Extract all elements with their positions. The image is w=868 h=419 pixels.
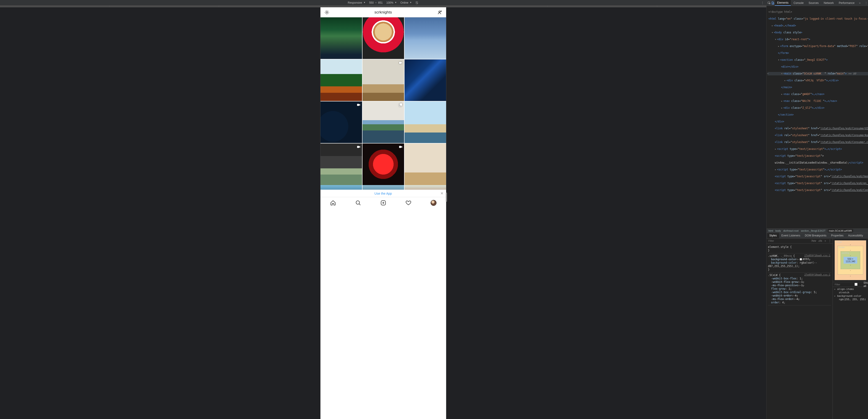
styles-menu-icon[interactable]: ⋮ xyxy=(829,239,831,242)
computed-properties[interactable]: align-items stretch background-color rgb… xyxy=(833,287,868,302)
add-post-icon[interactable] xyxy=(380,200,386,206)
post-tile[interactable] xyxy=(405,101,446,143)
tab-console[interactable]: Console xyxy=(791,0,806,6)
styles-subtabs: Styles Event Listeners DOM Breakpoints P… xyxy=(767,233,868,239)
throttle-value: Online xyxy=(400,1,408,4)
device-name: Responsive xyxy=(348,1,362,4)
tab-sources[interactable]: Sources xyxy=(806,0,821,6)
subtab-styles[interactable]: Styles xyxy=(767,233,779,238)
breadcrumb-item[interactable]: div#react-root xyxy=(783,229,799,232)
settings-icon[interactable] xyxy=(324,9,330,15)
svg-rect-7 xyxy=(357,146,359,148)
post-tile[interactable] xyxy=(405,59,446,101)
devtools-tabs: Elements Console Sources Network Perform… xyxy=(767,0,868,6)
subtab-event-listeners[interactable]: Event Listeners xyxy=(779,233,803,238)
caret-down-icon: ▼ xyxy=(410,1,412,4)
tab-elements[interactable]: Elements xyxy=(775,0,791,6)
bottom-nav xyxy=(320,197,446,208)
breadcrumb-item[interactable]: main.SCxLW.uzKWK xyxy=(828,229,853,233)
device-mode-icon[interactable] xyxy=(771,1,774,5)
posts-next-row xyxy=(320,185,446,190)
caret-down-icon: ▼ xyxy=(364,1,366,4)
ruler-bar xyxy=(0,5,766,7)
username-title: scrknights xyxy=(374,10,392,14)
hov-toggle[interactable]: :hov xyxy=(811,239,816,242)
new-style-rule-icon[interactable]: ＋ xyxy=(824,239,827,243)
use-app-label: Use the App xyxy=(374,192,392,195)
kebab-menu-icon[interactable]: ⋮ xyxy=(863,1,868,5)
video-icon xyxy=(356,145,361,150)
device-select[interactable]: Responsive ▼ xyxy=(348,1,366,4)
zoom-select[interactable]: 100% ▼ xyxy=(386,1,397,4)
breadcrumb-item[interactable]: html xyxy=(768,229,773,232)
close-icon[interactable]: ✕ xyxy=(440,191,443,196)
styles-filter-input[interactable] xyxy=(768,239,793,242)
viewport-dimensions[interactable]: 550 × 851 xyxy=(369,1,382,4)
post-tile[interactable] xyxy=(320,59,362,101)
box-model-content: 550 × 1131.340 xyxy=(843,257,857,264)
styles-rules[interactable]: element.style { } 27a959f10aa9.css:1 .uz… xyxy=(767,243,833,419)
svg-rect-12 xyxy=(772,2,773,4)
tab-performance[interactable]: Performance xyxy=(836,0,857,6)
computed-filter-bar: Show all xyxy=(833,282,868,287)
dom-selected-line[interactable]: ▾<main class="SCxLW uzKWK " role="main">… xyxy=(768,72,868,76)
resize-handle[interactable] xyxy=(446,192,447,202)
post-tile[interactable] xyxy=(320,144,362,185)
subtab-dom-breakpoints[interactable]: DOM Breakpoints xyxy=(802,233,829,238)
subtab-properties[interactable]: Properties xyxy=(829,233,846,238)
home-icon[interactable] xyxy=(330,200,336,206)
post-tile[interactable] xyxy=(363,101,404,143)
post-tile[interactable] xyxy=(363,59,404,101)
svg-rect-8 xyxy=(399,146,401,148)
post-tile[interactable] xyxy=(405,144,446,185)
zoom-value: 100% xyxy=(386,1,393,4)
svg-point-1 xyxy=(326,11,327,13)
breadcrumb-item[interactable]: body xyxy=(775,229,781,232)
post-tile[interactable] xyxy=(320,18,362,59)
viewport-width[interactable]: 550 xyxy=(369,1,374,4)
heart-icon[interactable] xyxy=(405,200,411,206)
svg-point-2 xyxy=(439,11,440,12)
show-all-label: Show all xyxy=(863,281,868,288)
css-source-link[interactable]: 27a959f10aa9.css:1 xyxy=(804,254,830,257)
devtools-panel: Elements Console Sources Network Perform… xyxy=(766,0,868,419)
video-icon xyxy=(399,145,403,150)
svg-rect-4 xyxy=(357,104,359,106)
inspect-element-icon[interactable] xyxy=(768,1,771,5)
cls-toggle[interactable]: .cls xyxy=(818,239,822,242)
posts-grid xyxy=(320,18,446,185)
tabs-overflow-icon[interactable]: » xyxy=(857,1,863,5)
carousel-icon xyxy=(399,103,403,108)
post-tile[interactable] xyxy=(363,18,404,59)
caret-down-icon: ▼ xyxy=(395,1,397,4)
profile-avatar[interactable] xyxy=(431,200,436,206)
svg-rect-5 xyxy=(400,103,402,106)
device-stage: scrknights xyxy=(0,7,766,419)
show-all-checkbox[interactable] xyxy=(850,283,862,286)
throttling-select[interactable]: Online ▼ xyxy=(400,1,412,4)
search-icon[interactable] xyxy=(355,200,361,206)
breadcrumb-item[interactable]: section._9eogI.E3X2T xyxy=(801,229,826,232)
post-tile[interactable] xyxy=(405,18,446,59)
styles-toolbar: :hov .cls ＋ ⋮ xyxy=(767,239,833,243)
computed-filter-input[interactable] xyxy=(834,283,848,286)
css-selector[interactable]: element.style { xyxy=(768,245,831,249)
profile-header: scrknights xyxy=(320,7,446,18)
viewport-height[interactable]: 851 xyxy=(378,1,382,4)
use-app-banner[interactable]: Use the App ✕ xyxy=(320,190,446,197)
rotate-icon[interactable] xyxy=(415,1,418,4)
dom-breadcrumb[interactable]: html body div#react-root section._9eogI.… xyxy=(767,229,868,233)
svg-rect-3 xyxy=(399,62,401,64)
discover-people-icon[interactable] xyxy=(437,9,442,15)
phone-frame: scrknights xyxy=(320,7,446,419)
tab-network[interactable]: Network xyxy=(822,0,836,6)
box-model[interactable]: margin - border - padding - 550 × 1131.3… xyxy=(833,239,868,282)
device-toolbar: Responsive ▼ 550 × 851 100% ▼ Online ▼ xyxy=(0,0,766,5)
dom-tree[interactable]: <!doctype html> <html lang="en" class="j… xyxy=(767,6,868,229)
post-tile[interactable] xyxy=(363,144,404,185)
kebab-menu-icon[interactable]: ⋮ xyxy=(761,1,764,5)
subtab-accessibility[interactable]: Accessibility xyxy=(846,233,865,238)
css-source-link[interactable]: 27a959f10aa9.css:1 xyxy=(804,273,830,276)
video-icon xyxy=(356,103,361,108)
post-tile[interactable] xyxy=(320,101,362,143)
